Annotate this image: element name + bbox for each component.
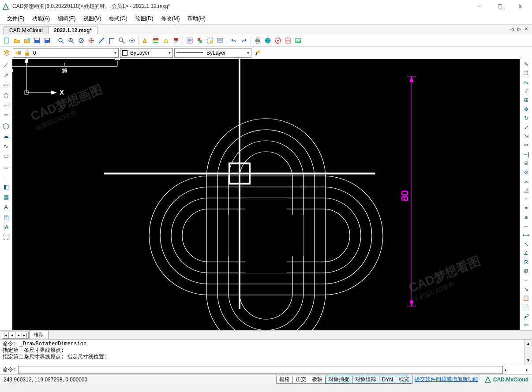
- zoom-window-button[interactable]: [56, 36, 66, 45]
- highlight-button[interactable]: [161, 36, 171, 45]
- layout-prev-button[interactable]: ◂: [8, 332, 15, 339]
- scale-tool[interactable]: ⤢: [521, 123, 531, 131]
- command-history[interactable]: 命令: _DrawRotatedDimension指定第一条尺寸界线原点:指定第…: [0, 339, 532, 365]
- command-input[interactable]: [18, 366, 503, 374]
- block-tool[interactable]: ◧: [1, 182, 11, 191]
- arc-tool[interactable]: ◠: [1, 111, 11, 120]
- chamfer-tool[interactable]: ◿: [521, 186, 531, 194]
- doc-tab[interactable]: 2022.1.12.mxg*: [48, 26, 97, 34]
- menu-m[interactable]: 修改(M): [157, 14, 183, 24]
- save-as-button[interactable]: [42, 36, 52, 45]
- mtext-tool[interactable]: |A: [1, 222, 11, 232]
- status-toggle-对象捕捉[interactable]: 对象捕捉: [325, 376, 352, 384]
- open-cloud-button[interactable]: [22, 36, 32, 45]
- menu-h[interactable]: 帮助(H): [184, 14, 209, 24]
- polygon-tool[interactable]: ⬠: [1, 90, 11, 100]
- hatch-tool[interactable]: ▦: [1, 192, 11, 202]
- maximize-button[interactable]: ☐: [490, 0, 510, 13]
- redo-button[interactable]: [239, 36, 249, 45]
- stretch-tool[interactable]: ⇲: [521, 132, 531, 140]
- history-scrollbar[interactable]: ▲▼: [524, 340, 532, 365]
- status-toggle-对象追踪[interactable]: 对象追踪: [352, 376, 379, 384]
- dim-diameter-tool[interactable]: Ø: [521, 267, 531, 275]
- pan-button[interactable]: [86, 36, 96, 45]
- join-tool[interactable]: ⫘: [521, 177, 531, 185]
- doc-tab[interactable]: CAD.MxCloud: [4, 26, 49, 34]
- drawing-canvas[interactable]: 80 Y X 0 5: [12, 59, 520, 330]
- menu-o[interactable]: 格式(O): [105, 14, 131, 24]
- menu-e[interactable]: 编辑(E): [54, 14, 79, 24]
- feedback-link[interactable]: 提交软件问题或增加新功能: [412, 376, 481, 384]
- array-tool[interactable]: ⊞: [521, 96, 531, 105]
- print-button[interactable]: [253, 36, 262, 45]
- table-tool[interactable]: ▤: [1, 212, 11, 222]
- dim-linear-tool[interactable]: ⟷: [521, 231, 531, 239]
- align-tool[interactable]: ≡: [521, 213, 531, 221]
- qselect-button[interactable]: [205, 36, 215, 45]
- undo-button[interactable]: [229, 36, 239, 45]
- paint-button[interactable]: [171, 36, 181, 45]
- offset-tool[interactable]: ⫽: [521, 87, 531, 95]
- model-tab[interactable]: 模型: [29, 331, 49, 339]
- erase-tool[interactable]: ✎: [521, 60, 531, 68]
- paste-prop-tool[interactable]: 📄: [521, 303, 531, 311]
- settings-button[interactable]: [273, 36, 283, 45]
- dim-angular-tool[interactable]: ∠: [521, 249, 531, 258]
- layer-combo[interactable]: 🔒 0: [13, 48, 119, 58]
- point-tool[interactable]: ·: [1, 172, 11, 181]
- layout-last-button[interactable]: ▸|: [22, 332, 29, 339]
- close-button[interactable]: ✕: [510, 0, 530, 13]
- status-toggle-栅格[interactable]: 栅格: [276, 376, 293, 384]
- fillet-tool[interactable]: ◜: [521, 195, 531, 203]
- ellipse-arc-tool[interactable]: ◡: [1, 161, 11, 171]
- cmd-scroll-left[interactable]: ◂: [504, 367, 506, 372]
- tab-prev-icon[interactable]: ◁: [509, 26, 515, 32]
- area-button[interactable]: [107, 36, 116, 45]
- open-file-button[interactable]: [12, 36, 22, 45]
- color-combo[interactable]: ByLayer: [120, 48, 173, 58]
- zoom-extents-button[interactable]: [76, 36, 86, 45]
- measure-button[interactable]: [97, 36, 106, 45]
- break-at-tool[interactable]: ⊘: [521, 168, 531, 176]
- ellipse-tool[interactable]: ⬭: [1, 151, 11, 161]
- tab-close-icon[interactable]: ✕: [523, 26, 529, 32]
- layout-first-button[interactable]: |◂: [2, 332, 9, 339]
- layers-button[interactable]: [151, 36, 161, 45]
- mirror-tool[interactable]: ⇋: [521, 78, 531, 86]
- view-button[interactable]: [127, 36, 137, 45]
- script-button[interactable]: [185, 36, 195, 45]
- break-tool[interactable]: ⊝: [521, 159, 531, 167]
- extend-tool[interactable]: →|: [521, 150, 531, 158]
- draworder-button[interactable]: [141, 36, 150, 45]
- minimize-button[interactable]: ─: [469, 0, 490, 13]
- rectangle-tool[interactable]: ▭: [1, 101, 11, 110]
- image-button[interactable]: [293, 36, 303, 45]
- preview-button[interactable]: [215, 36, 225, 45]
- move-tool[interactable]: ✥: [521, 105, 531, 113]
- new-file-button[interactable]: [2, 36, 11, 45]
- status-toggle-正交[interactable]: 正交: [292, 376, 309, 384]
- menu-a[interactable]: 功能(A): [29, 14, 53, 24]
- lengthen-tool[interactable]: ↔: [521, 222, 531, 230]
- spline-tool[interactable]: ∿: [1, 141, 11, 151]
- layer-manager-button[interactable]: [2, 48, 11, 58]
- find-button[interactable]: [117, 36, 127, 45]
- tab-next-icon[interactable]: ▷: [516, 26, 522, 32]
- menu-d[interactable]: 绘图(D): [132, 14, 157, 24]
- circle-tool[interactable]: ◯: [1, 121, 11, 131]
- explode-tool[interactable]: ✶: [521, 204, 531, 213]
- revcloud-tool[interactable]: ☁: [1, 131, 11, 141]
- match-prop-tool[interactable]: 🖌: [521, 312, 531, 320]
- status-toggle-DYN[interactable]: DYN: [379, 376, 396, 384]
- cmd-scroll-right[interactable]: ▸: [526, 367, 528, 372]
- menu-v[interactable]: 视图(V): [80, 14, 105, 24]
- status-toggle-极轴[interactable]: 极轴: [309, 376, 326, 384]
- copy-tool[interactable]: ❐: [521, 69, 531, 77]
- xline-tool[interactable]: ↗: [1, 70, 11, 80]
- region-tool[interactable]: ⛶: [1, 232, 11, 242]
- zoom-in-button[interactable]: [66, 36, 76, 45]
- extract-button[interactable]: [195, 36, 205, 45]
- leader-tool[interactable]: ↘: [521, 285, 531, 293]
- trim-tool[interactable]: ✂: [521, 141, 531, 149]
- save-button[interactable]: [32, 36, 42, 45]
